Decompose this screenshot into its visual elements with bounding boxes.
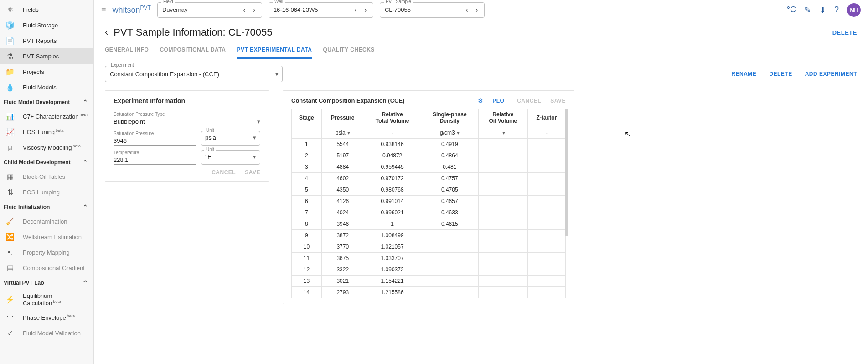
table-cell[interactable]: 5197 <box>321 150 364 161</box>
tab-compositional-data[interactable]: COMPOSITIONAL DATA <box>160 43 226 59</box>
sidebar-item-viscosity-modeling[interactable]: μViscosity Modelingbeta <box>0 140 93 155</box>
table-cell[interactable] <box>421 286 478 298</box>
table-cell[interactable] <box>527 195 565 207</box>
sidebar-item-eos-lumping[interactable]: ⇅EOS Lumping <box>0 184 93 200</box>
sidebar-item-pvt-reports[interactable]: 📄PVT Reports <box>0 33 93 48</box>
table-cell[interactable]: 0.4705 <box>421 184 478 195</box>
table-cell[interactable]: 4884 <box>321 161 364 172</box>
next-icon[interactable]: › <box>361 6 370 14</box>
table-cell[interactable] <box>527 275 565 286</box>
next-icon[interactable]: › <box>250 6 259 14</box>
table-cell[interactable] <box>527 161 565 172</box>
table-cell[interactable] <box>527 252 565 264</box>
sidebar-item-wellstream-estimation[interactable]: 🔀Wellstream Estimation <box>0 229 93 244</box>
tab-pvt-experimental-data[interactable]: PVT EXPERIMENTAL DATA <box>237 43 312 59</box>
section-fluid-model-dev[interactable]: Fluid Model Development ⌃ <box>0 95 93 109</box>
table-cell[interactable] <box>527 218 565 229</box>
table-cell[interactable]: 5544 <box>321 138 364 150</box>
sat-pressure-type-field[interactable]: Saturation Pressure Type Bubblepoint ▾ <box>114 112 260 126</box>
next-icon[interactable]: › <box>472 6 481 14</box>
sidebar-item-pvt-samples[interactable]: ⚗PVT Samples <box>0 48 93 64</box>
cancel-button[interactable]: CANCEL <box>212 169 236 176</box>
sidebar-item-equilibrium-calculation[interactable]: ⚡Equilibrium Calculationbeta <box>0 289 93 310</box>
sidebar-item-fluid-model-validation[interactable]: ✓Fluid Model Validation <box>0 325 93 341</box>
table-cell[interactable] <box>478 195 527 207</box>
sample-selector[interactable]: PVT Sample CL-70055 ‹ › <box>380 2 485 18</box>
table-cell[interactable]: 0.94872 <box>364 150 421 161</box>
table-cell[interactable]: 12 <box>292 264 322 275</box>
temperature-icon[interactable]: °C <box>787 5 796 15</box>
table-cell[interactable]: 1.090372 <box>364 264 421 275</box>
table-cell[interactable] <box>527 150 565 161</box>
table-cell[interactable]: 6 <box>292 195 322 207</box>
table-cell[interactable]: 8 <box>292 218 322 229</box>
back-icon[interactable]: ‹ <box>105 26 108 38</box>
table-cell[interactable]: 0.959445 <box>364 161 421 172</box>
table-cell[interactable] <box>478 138 527 150</box>
table-cell[interactable]: 1.021057 <box>364 241 421 252</box>
table-cancel-button[interactable]: CANCEL <box>517 98 541 104</box>
table-cell[interactable]: 0.991014 <box>364 195 421 207</box>
tab-quality-checks[interactable]: QUALITY CHECKS <box>323 43 374 59</box>
sat-pressure-field[interactable]: Saturation Pressure 3946 <box>114 131 196 146</box>
table-cell[interactable]: 2 <box>292 150 322 161</box>
table-cell[interactable]: 4350 <box>321 184 364 195</box>
table-cell[interactable]: 0.980768 <box>364 184 421 195</box>
sidebar-item-compositional-gradient[interactable]: ▤Compositional Gradient <box>0 260 93 276</box>
table-cell[interactable] <box>478 264 527 275</box>
temperature-unit-field[interactable]: Unit °F ▾ <box>201 150 260 165</box>
table-cell[interactable] <box>478 172 527 184</box>
avatar[interactable]: MH <box>847 3 861 17</box>
table-cell[interactable] <box>478 252 527 264</box>
menu-icon[interactable]: ≡ <box>101 5 106 15</box>
table-cell[interactable] <box>527 184 565 195</box>
section-virtual-lab[interactable]: Virtual PVT Lab ⌃ <box>0 276 93 289</box>
table-cell[interactable] <box>478 218 527 229</box>
table-cell[interactable]: 3946 <box>321 218 364 229</box>
feedback-icon[interactable]: ✎ <box>804 5 811 15</box>
table-cell[interactable]: 3021 <box>321 275 364 286</box>
table-cell[interactable]: 1.033707 <box>364 252 421 264</box>
column-unit[interactable]: ▾ <box>478 127 527 138</box>
experiment-select[interactable]: Experiment Constant Composition Expansio… <box>105 66 283 82</box>
table-cell[interactable]: 0.4757 <box>421 172 478 184</box>
table-cell[interactable]: 11 <box>292 252 322 264</box>
table-cell[interactable]: 4602 <box>321 172 364 184</box>
tab-general-info[interactable]: GENERAL INFO <box>105 43 149 59</box>
gear-icon[interactable]: ⚙ <box>478 97 483 104</box>
table-cell[interactable] <box>478 229 527 241</box>
sidebar-item-fluid-storage[interactable]: 🧊Fluid Storage <box>0 17 93 33</box>
delete-experiment-button[interactable]: DELETE <box>769 71 792 77</box>
table-cell[interactable]: 3 <box>292 161 322 172</box>
table-cell[interactable]: 1.154221 <box>364 275 421 286</box>
table-cell[interactable] <box>421 264 478 275</box>
table-cell[interactable] <box>478 286 527 298</box>
table-cell[interactable]: 0.996021 <box>364 207 421 218</box>
sidebar-item-c7-characterization[interactable]: 📊C7+ Characterizationbeta <box>0 109 93 124</box>
rename-button[interactable]: RENAME <box>731 71 756 77</box>
table-cell[interactable]: 4126 <box>321 195 364 207</box>
table-cell[interactable] <box>478 150 527 161</box>
table-cell[interactable] <box>527 229 565 241</box>
help-icon[interactable]: ? <box>834 5 839 15</box>
table-cell[interactable]: 1 <box>292 138 322 150</box>
table-save-button[interactable]: SAVE <box>550 98 566 104</box>
table-cell[interactable] <box>478 184 527 195</box>
save-button[interactable]: SAVE <box>245 169 260 176</box>
sidebar-item-property-mapping[interactable]: •.Property Mapping <box>0 244 93 260</box>
table-cell[interactable] <box>527 207 565 218</box>
table-cell[interactable]: 2793 <box>321 286 364 298</box>
table-cell[interactable]: 0.4615 <box>421 218 478 229</box>
table-cell[interactable]: 14 <box>292 286 322 298</box>
prev-icon[interactable]: ‹ <box>462 6 471 14</box>
sat-pressure-unit-field[interactable]: Unit psia ▾ <box>201 131 260 146</box>
well-selector[interactable]: Well 16-16-064-23W5 ‹ › <box>269 2 373 18</box>
table-cell[interactable]: 4 <box>292 172 322 184</box>
table-cell[interactable]: 3322 <box>321 264 364 275</box>
sidebar-item-decontamination[interactable]: 🧹Decontamination <box>0 213 93 229</box>
column-unit[interactable]: psia▾ <box>321 127 364 138</box>
table-cell[interactable]: 0.4657 <box>421 195 478 207</box>
table-cell[interactable] <box>527 172 565 184</box>
table-cell[interactable]: 9 <box>292 229 322 241</box>
table-cell[interactable]: 3872 <box>321 229 364 241</box>
